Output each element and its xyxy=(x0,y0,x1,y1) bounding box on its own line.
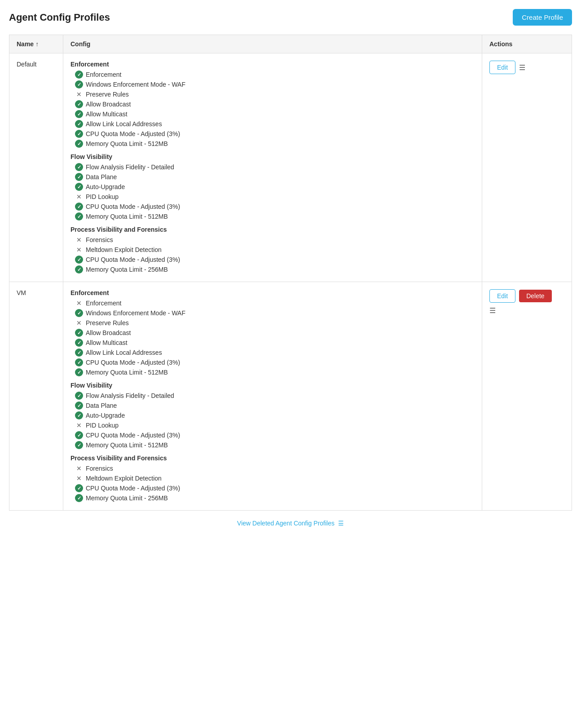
config-item: CPU Quota Mode - Adjusted (3%) xyxy=(75,430,475,440)
profile-actions-cell: EditDelete☰ xyxy=(482,282,572,511)
config-item-label: Memory Quota Limit - 256MB xyxy=(86,494,168,502)
check-icon xyxy=(75,203,83,211)
config-item-label: Allow Link Local Addresses xyxy=(86,349,162,356)
create-profile-button[interactable]: Create Profile xyxy=(513,9,572,26)
check-icon xyxy=(75,80,83,88)
name-sort-label[interactable]: Name ↑ xyxy=(17,40,39,48)
view-deleted-link[interactable]: View Deleted Agent Config Profiles ☰ xyxy=(237,520,344,527)
check-icon xyxy=(75,411,83,419)
config-item-label: Auto-Upgrade xyxy=(86,183,125,190)
config-item: Allow Multicast xyxy=(75,338,475,348)
check-icon xyxy=(75,173,83,181)
check-icon xyxy=(75,265,83,274)
col-header-name: Name ↑ xyxy=(9,35,63,53)
config-item: Allow Link Local Addresses xyxy=(75,348,475,357)
config-item: Auto-Upgrade xyxy=(75,410,475,420)
profile-actions-cell: Edit☰ xyxy=(482,53,572,282)
check-icon xyxy=(75,256,83,264)
profile-config-cell: EnforcementEnforcementWindows Enforcemen… xyxy=(63,53,482,282)
config-item-label: Meltdown Exploit Detection xyxy=(86,246,162,253)
config-item: ✕PID Lookup xyxy=(75,420,475,430)
table-body: DefaultEnforcementEnforcementWindows Enf… xyxy=(9,53,572,511)
edit-button[interactable]: Edit xyxy=(489,61,515,74)
check-icon xyxy=(75,140,83,148)
config-item-label: Auto-Upgrade xyxy=(86,412,125,419)
check-icon xyxy=(75,339,83,347)
config-item: Windows Enforcement Mode - WAF xyxy=(75,308,475,318)
config-item-label: Flow Analysis Fidelity - Detailed xyxy=(86,392,174,399)
config-item-label: Memory Quota Limit - 512MB xyxy=(86,441,168,449)
check-icon xyxy=(75,120,83,128)
config-item-label: Allow Broadcast xyxy=(86,329,131,336)
config-section-title: Flow Visibility xyxy=(70,382,475,389)
config-section-title: Process Visibility and Forensics xyxy=(70,226,475,233)
x-icon: ✕ xyxy=(75,319,83,327)
config-item: ✕Preserve Rules xyxy=(75,89,475,99)
profiles-table: Name ↑ Config Actions DefaultEnforcement… xyxy=(9,35,572,511)
profile-name-cell: VM xyxy=(9,282,63,511)
actions-row: EditDelete xyxy=(489,289,552,303)
config-item: ✕Enforcement xyxy=(75,298,475,308)
check-icon xyxy=(75,100,83,108)
config-item: Enforcement xyxy=(75,70,475,79)
list-menu-icon[interactable]: ☰ xyxy=(489,306,496,315)
col-header-actions: Actions xyxy=(482,35,572,53)
config-item-label: Data Plane xyxy=(86,402,117,409)
config-section-title: Enforcement xyxy=(70,61,475,68)
actions-container: EditDelete☰ xyxy=(489,289,564,315)
config-item-label: Windows Enforcement Mode - WAF xyxy=(86,81,185,88)
check-icon xyxy=(75,358,83,366)
x-icon: ✕ xyxy=(75,246,83,254)
config-item: ✕Forensics xyxy=(75,235,475,245)
config-item: Memory Quota Limit - 512MB xyxy=(75,367,475,377)
x-icon: ✕ xyxy=(75,236,83,244)
config-item-label: CPU Quota Mode - Adjusted (3%) xyxy=(86,256,180,263)
config-item-label: CPU Quota Mode - Adjusted (3%) xyxy=(86,432,180,439)
config-item: Allow Broadcast xyxy=(75,328,475,338)
edit-button[interactable]: Edit xyxy=(489,289,515,303)
check-icon xyxy=(75,212,83,221)
config-section-title: Enforcement xyxy=(70,289,475,296)
config-item-label: Memory Quota Limit - 256MB xyxy=(86,266,168,273)
config-section-title: Flow Visibility xyxy=(70,153,475,160)
config-item-label: Preserve Rules xyxy=(86,91,129,98)
config-item: Auto-Upgrade xyxy=(75,182,475,192)
page-header: Agent Config Profiles Create Profile xyxy=(9,9,572,26)
config-item-label: PID Lookup xyxy=(86,422,119,429)
config-item-label: Enforcement xyxy=(86,71,121,78)
table-row: VMEnforcement✕EnforcementWindows Enforce… xyxy=(9,282,572,511)
actions-container: Edit☰ xyxy=(489,61,564,74)
list-menu-icon[interactable]: ☰ xyxy=(519,63,525,72)
config-item: CPU Quota Mode - Adjusted (3%) xyxy=(75,202,475,212)
config-item: CPU Quota Mode - Adjusted (3%) xyxy=(75,357,475,367)
x-icon: ✕ xyxy=(75,474,83,482)
config-item: Data Plane xyxy=(75,172,475,182)
check-icon xyxy=(75,71,83,79)
config-item-label: Memory Quota Limit - 512MB xyxy=(86,140,168,147)
config-item-label: Allow Multicast xyxy=(86,339,128,346)
config-item-label: Allow Link Local Addresses xyxy=(86,120,162,128)
check-icon xyxy=(75,392,83,400)
config-item: Memory Quota Limit - 512MB xyxy=(75,440,475,450)
check-icon xyxy=(75,163,83,171)
config-item-label: Flow Analysis Fidelity - Detailed xyxy=(86,163,174,171)
config-item: Windows Enforcement Mode - WAF xyxy=(75,79,475,89)
page-title: Agent Config Profiles xyxy=(9,12,110,23)
config-item: Memory Quota Limit - 256MB xyxy=(75,493,475,503)
config-item: Flow Analysis Fidelity - Detailed xyxy=(75,162,475,172)
config-item: CPU Quota Mode - Adjusted (3%) xyxy=(75,255,475,265)
config-item: Allow Multicast xyxy=(75,109,475,119)
config-item: ✕Preserve Rules xyxy=(75,318,475,328)
config-item-label: CPU Quota Mode - Adjusted (3%) xyxy=(86,203,180,210)
check-icon xyxy=(75,349,83,357)
config-item-label: CPU Quota Mode - Adjusted (3%) xyxy=(86,130,180,137)
x-icon: ✕ xyxy=(75,90,83,98)
check-icon xyxy=(75,183,83,191)
col-header-config: Config xyxy=(63,35,482,53)
x-icon: ✕ xyxy=(75,193,83,201)
config-item: CPU Quota Mode - Adjusted (3%) xyxy=(75,129,475,139)
config-item: ✕Meltdown Exploit Detection xyxy=(75,473,475,483)
check-icon xyxy=(75,329,83,337)
delete-button[interactable]: Delete xyxy=(519,290,551,302)
check-icon xyxy=(75,309,83,317)
